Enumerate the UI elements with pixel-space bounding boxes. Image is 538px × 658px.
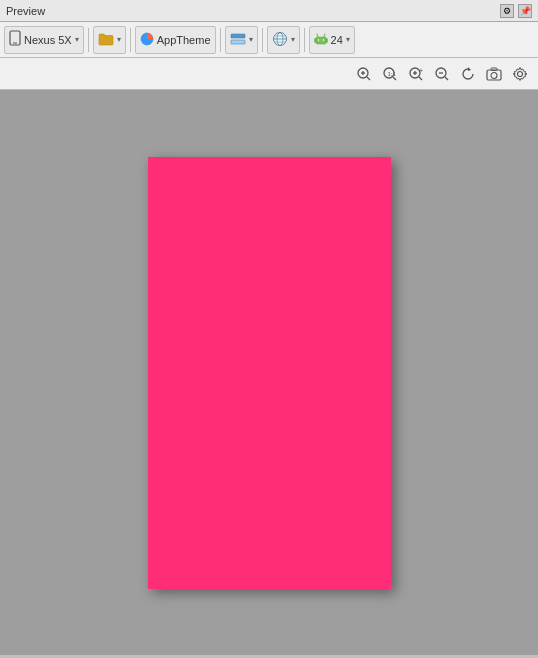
main-toolbar: Nexus 5X ▾ ▾ AppTheme ▾ xyxy=(0,22,538,58)
svg-point-12 xyxy=(322,39,324,41)
zoom-increase-button[interactable]: + xyxy=(404,62,428,86)
svg-line-21 xyxy=(393,77,396,80)
device-screen xyxy=(148,157,391,589)
layout-toggle[interactable]: ▾ xyxy=(225,26,258,54)
title-bar: Preview ⚙ 📌 xyxy=(0,0,538,22)
layout-dropdown-arrow: ▾ xyxy=(249,35,253,44)
device-small-icon xyxy=(9,30,21,49)
svg-point-34 xyxy=(518,71,523,76)
theme-picker[interactable]: AppTheme xyxy=(135,26,216,54)
separator-2 xyxy=(130,28,131,52)
android-icon xyxy=(314,32,328,48)
separator-5 xyxy=(304,28,305,52)
svg-text:1:1: 1:1 xyxy=(388,71,397,77)
separator-3 xyxy=(220,28,221,52)
svg-marker-30 xyxy=(468,67,471,71)
locale-picker[interactable]: ▾ xyxy=(267,26,300,54)
screenshot-button[interactable] xyxy=(482,62,506,86)
theme-color-swatch xyxy=(140,32,154,48)
api-label: 24 xyxy=(331,34,343,46)
api-dropdown-arrow: ▾ xyxy=(346,35,350,44)
svg-rect-10 xyxy=(316,37,326,44)
svg-rect-3 xyxy=(231,34,245,38)
svg-text:+: + xyxy=(419,67,423,74)
svg-point-11 xyxy=(317,39,319,41)
svg-point-32 xyxy=(491,72,497,78)
title-bar-left: Preview xyxy=(6,5,45,17)
svg-rect-33 xyxy=(491,68,497,71)
globe-icon xyxy=(272,31,288,49)
icon-toolbar: 1:1 + xyxy=(0,58,538,90)
folder-button[interactable]: ▾ xyxy=(93,26,126,54)
locale-dropdown-arrow: ▾ xyxy=(291,35,295,44)
svg-line-29 xyxy=(445,77,448,80)
separator-1 xyxy=(88,28,89,52)
zoom-fit-button[interactable]: 1:1 xyxy=(378,62,402,86)
svg-rect-14 xyxy=(326,38,328,42)
title-bar-title: Preview xyxy=(6,5,45,17)
theme-label: AppTheme xyxy=(157,34,211,46)
preview-settings-button[interactable] xyxy=(508,62,532,86)
folder-icon xyxy=(98,32,114,48)
svg-line-18 xyxy=(367,77,370,80)
refresh-button[interactable] xyxy=(456,62,480,86)
svg-rect-13 xyxy=(314,38,316,42)
title-bar-controls: ⚙ 📌 xyxy=(500,4,532,18)
device-picker[interactable]: Nexus 5X ▾ xyxy=(4,26,84,54)
svg-rect-4 xyxy=(231,40,245,44)
preview-canvas xyxy=(0,90,538,655)
pin-icon[interactable]: 📌 xyxy=(518,4,532,18)
separator-4 xyxy=(262,28,263,52)
device-dropdown-arrow: ▾ xyxy=(75,35,79,44)
device-label: Nexus 5X xyxy=(24,34,72,46)
folder-dropdown-arrow: ▾ xyxy=(117,35,121,44)
settings-icon[interactable]: ⚙ xyxy=(500,4,514,18)
zoom-in-button[interactable] xyxy=(352,62,376,86)
svg-line-25 xyxy=(419,77,422,80)
layout-icon xyxy=(230,33,246,47)
zoom-out-button[interactable] xyxy=(430,62,454,86)
api-picker[interactable]: 24 ▾ xyxy=(309,26,355,54)
